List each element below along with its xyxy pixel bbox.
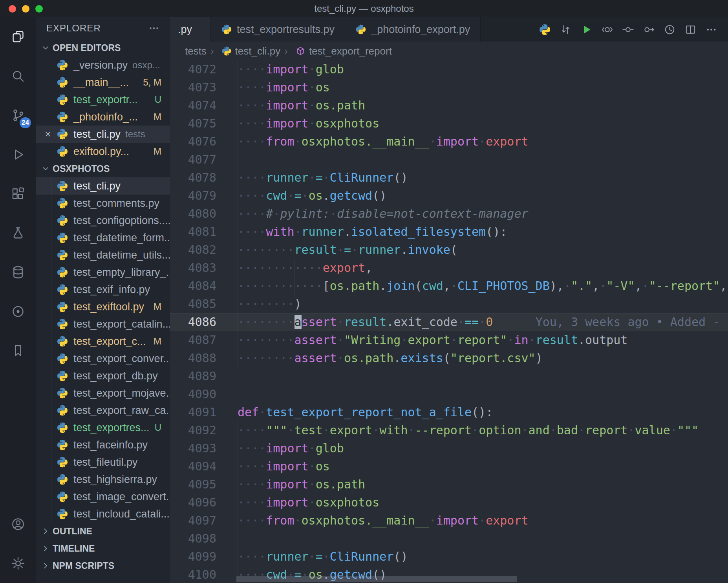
breadcrumb-item[interactable]: › test_export_report [280, 45, 392, 57]
file-tree-item[interactable]: test_configoptions.... [36, 212, 170, 229]
editor-tab[interactable]: .py [170, 17, 211, 42]
close-icon[interactable] [43, 129, 53, 139]
open-editor-item[interactable]: _photoinfo_... M [36, 108, 170, 126]
file-tree-item[interactable]: test_exif_info.py [36, 281, 170, 298]
file-name: test_datetime_utils.... [73, 249, 170, 261]
circle-extension-icon [11, 304, 26, 319]
code-line[interactable]: 4083············export, [170, 259, 728, 277]
file-tree-item[interactable]: test_datetime_form... [36, 229, 170, 246]
open-editor-item[interactable]: test_cli.py tests [36, 126, 170, 143]
code-line[interactable]: 4095····import·os.path [170, 476, 728, 494]
code-line[interactable]: 4099····runner·=·CliRunner() [170, 548, 728, 566]
git-status-badge: U [155, 422, 170, 433]
prev-change-icon[interactable] [597, 21, 618, 38]
file-tree-item[interactable]: test_export_catalin... [36, 315, 170, 333]
line-number: 4086 [170, 313, 238, 331]
file-name: test_exportr... [73, 94, 138, 106]
file-tree-item[interactable]: test_incloud_catali... [36, 505, 170, 523]
extensions-activity-button[interactable] [0, 174, 36, 213]
code-line[interactable]: 4092····"""·test·export·with·--report·op… [170, 421, 728, 439]
code-lines: 4072····import·glob4073····import·os4074… [170, 60, 728, 583]
run-file-icon[interactable] [576, 21, 597, 38]
project-section-header[interactable]: OSXPHOTOS [36, 160, 170, 177]
open-editor-item[interactable]: __main__... 5, M [36, 74, 170, 91]
minimize-window-button[interactable] [22, 5, 29, 13]
code-line[interactable]: 4096····import·osxphotos [170, 494, 728, 512]
code-line[interactable]: 4088········assert·os.path.exists("repor… [170, 349, 728, 367]
zoom-window-button[interactable] [35, 5, 43, 13]
horizontal-scrollbar[interactable] [236, 576, 517, 582]
code-line[interactable]: 4087········assert·"Writing·export·repor… [170, 331, 728, 349]
file-tree-item[interactable]: test_export_raw_ca... [36, 402, 170, 419]
breadcrumb-item[interactable]: tests [185, 45, 207, 57]
code-line[interactable]: 4084············[os.path.join(cwd,·CLI_P… [170, 277, 728, 295]
accounts-button[interactable] [0, 505, 36, 544]
search-activity-button[interactable] [0, 56, 36, 96]
indent-guide [238, 115, 238, 133]
history-icon[interactable] [659, 21, 680, 38]
open-editor-item[interactable]: test_exportr... U [36, 91, 170, 108]
split-editor-icon[interactable] [680, 21, 701, 38]
code-line[interactable]: 4073····import·os [170, 78, 728, 97]
file-tree-item[interactable]: test_export_conver... [36, 350, 170, 367]
code-line[interactable]: 4075····import·osxphotos [170, 115, 728, 133]
file-tree-item[interactable]: test_empty_library_... [36, 264, 170, 281]
code-line[interactable]: 4089 [170, 367, 728, 385]
file-tree-item[interactable]: test_fileutil.py [36, 454, 170, 471]
more-actions-icon[interactable] [701, 21, 722, 38]
file-tree-item[interactable]: test_datetime_utils.... [36, 246, 170, 264]
explorer-activity-button[interactable] [0, 17, 36, 56]
sidebar-section-header[interactable]: OUTLINE [36, 523, 170, 540]
python-logo-icon[interactable] [534, 21, 555, 38]
close-window-button[interactable] [9, 5, 16, 13]
file-tree-item[interactable]: test_exportres... U [36, 419, 170, 436]
file-tree-item[interactable]: test_image_convert... [36, 488, 170, 505]
editor-tab[interactable]: test_exportresults.py [211, 17, 345, 42]
code-line[interactable]: 4072····import·glob [170, 60, 728, 78]
code-line[interactable]: 4093····import·glob [170, 439, 728, 457]
file-tree-item[interactable]: test_exiftool.py M [36, 298, 170, 315]
code-line[interactable]: 4090 [170, 385, 728, 403]
file-tree-item[interactable]: test_cli.py [36, 177, 170, 195]
code-line[interactable]: 4085········) [170, 295, 728, 313]
code-line[interactable]: 4082········result·=·runner.invoke( [170, 241, 728, 259]
code-line[interactable]: 4098 [170, 530, 728, 548]
file-tree-item[interactable]: test_export_c... M [36, 333, 170, 350]
code-line[interactable]: 4091def·test_export_report_not_a_file(): [170, 403, 728, 421]
settings-button[interactable] [0, 544, 36, 583]
next-change-icon[interactable] [638, 21, 659, 38]
editor-tab[interactable]: _photoinfo_export.py [345, 17, 481, 42]
open-editor-item[interactable]: exiftool.py... M [36, 143, 170, 160]
bookmarks-activity-button[interactable] [0, 331, 36, 370]
explorer-more-actions-icon[interactable] [148, 22, 160, 34]
open-editor-item[interactable]: _version.py osxp... [36, 56, 170, 74]
code-line[interactable]: 4076····from·osxphotos.__main__·import·e… [170, 133, 728, 151]
indent-guide [238, 512, 238, 530]
file-tree-item[interactable]: test_export_mojave... [36, 384, 170, 402]
code-line[interactable]: 4078····runner·=·CliRunner() [170, 169, 728, 187]
project-files-list: test_cli.py test_comments.py test_config… [36, 177, 170, 523]
code-line[interactable]: 4077 [170, 151, 728, 169]
sidebar-section-header[interactable]: TIMELINE [36, 540, 170, 557]
code-line[interactable]: 4081····with·runner.isolated_filesystem(… [170, 223, 728, 241]
sidebar-section-header[interactable]: NPM SCRIPTS [36, 557, 170, 574]
file-tree-item[interactable]: test_highsierra.py [36, 471, 170, 488]
code-line[interactable]: 4094····import·os [170, 457, 728, 476]
run-debug-activity-button[interactable] [0, 135, 36, 174]
current-change-icon[interactable] [618, 21, 638, 38]
file-tree-item[interactable]: test_faceinfo.py [36, 436, 170, 454]
open-editors-section-header[interactable]: OPEN EDITORS [36, 39, 170, 56]
extension-circle-activity-button[interactable] [0, 292, 36, 331]
testing-activity-button[interactable] [0, 213, 36, 253]
breadcrumb-item[interactable]: › test_cli.py [207, 45, 280, 57]
source-control-activity-button[interactable]: 24 [0, 96, 36, 135]
code-line[interactable]: 4079····cwd·=·os.getcwd() [170, 187, 728, 205]
compare-changes-icon[interactable] [555, 21, 576, 38]
code-line[interactable]: 4097····from·osxphotos.__main__·import·e… [170, 512, 728, 530]
database-activity-button[interactable] [0, 253, 36, 292]
code-line[interactable]: 4080····#·pylint:·disable=not-context-ma… [170, 205, 728, 223]
code-line[interactable]: 4074····import·os.path [170, 97, 728, 115]
code-line[interactable]: 4086········assert·result.exit_code·==·0… [170, 313, 728, 331]
file-tree-item[interactable]: test_comments.py [36, 195, 170, 212]
file-tree-item[interactable]: test_export_db.py [36, 367, 170, 384]
